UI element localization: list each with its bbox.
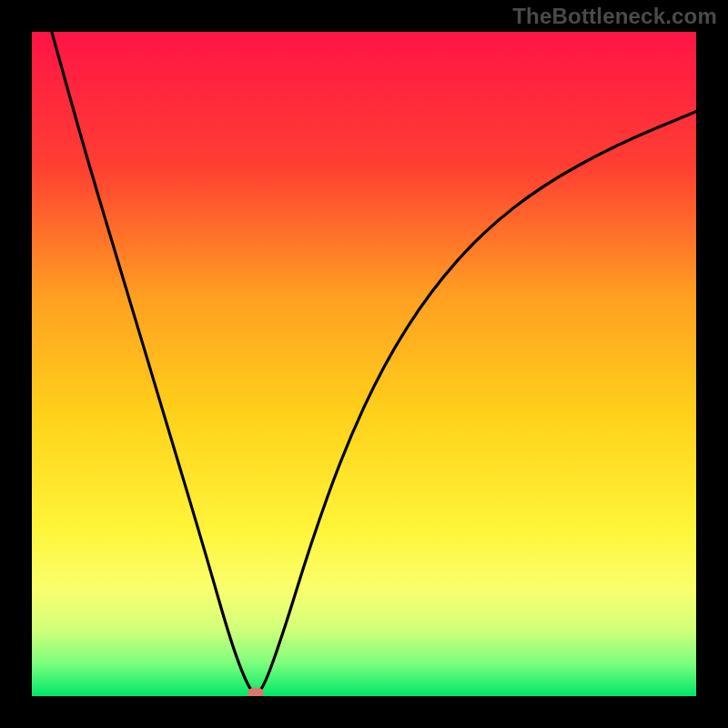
chart-frame: TheBottleneck.com	[0, 0, 728, 728]
watermark-text: TheBottleneck.com	[512, 4, 717, 29]
chart-background	[32, 32, 696, 696]
bottleneck-chart	[32, 32, 696, 696]
